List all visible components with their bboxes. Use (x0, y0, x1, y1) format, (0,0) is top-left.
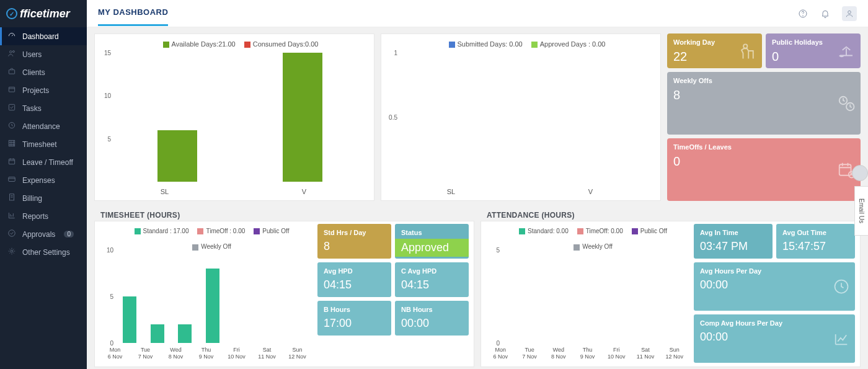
timesheet-section: TIMESHEET (HOURS) Standard : 17.00TimeOf… (94, 206, 474, 367)
kpi-value: 8 (673, 88, 854, 102)
sidebar-item-reports[interactable]: Reports (0, 207, 87, 225)
sidebar-item-dashboard[interactable]: Dashboard (0, 27, 87, 45)
sidebar-item-approvals[interactable]: Approvals0 (0, 225, 87, 243)
tile-label: C Avg HPD (401, 267, 463, 275)
sidebar-item-leave-timeoff[interactable]: Leave / Timeoff (0, 153, 87, 171)
svg-point-0 (10, 51, 12, 53)
timesheet-chart: Standard : 17.00TimeOff : 0.00Public Off… (100, 224, 312, 363)
leave-submitted-chart: Submitted Days: 0.00Approved Days : 0.00… (381, 33, 661, 201)
tile-avg-hpd[interactable]: Avg HPD04:15 (317, 262, 391, 297)
sidebar-item-timesheet[interactable]: Timesheet (0, 135, 87, 153)
chart-icon (7, 211, 16, 221)
tile-value: 03:47 PM (700, 240, 766, 253)
sidebar-item-clients[interactable]: Clients (0, 63, 87, 81)
svg-point-12 (803, 16, 804, 16)
logo-check-icon: ✓ (6, 8, 17, 19)
tile-label: Std Hrs / Day (324, 229, 385, 236)
tile-label: Avg HPD (324, 267, 385, 275)
nav: DashboardUsersClientsProjectsTasksAttend… (0, 27, 87, 261)
sidebar-item-label: Users (22, 50, 42, 59)
sidebar-item-tasks[interactable]: Tasks (0, 99, 87, 117)
email-us-tab[interactable]: Email Us (854, 186, 868, 236)
svg-rect-2 (9, 70, 14, 74)
check-circle-icon (7, 229, 16, 239)
tile-std-hrs[interactable]: Std Hrs / Day8 (317, 224, 391, 259)
bell-icon[interactable] (820, 8, 831, 19)
kpi-working-day[interactable]: Working Day 22 (667, 33, 762, 68)
tile-avg-hpd[interactable]: Avg Hours Per Day00:00 (694, 262, 855, 311)
sidebar-item-expenses[interactable]: Expenses (0, 171, 87, 189)
tile-value: 04:15 (401, 278, 463, 291)
svg-rect-4 (9, 104, 14, 110)
calendar-icon (7, 157, 16, 167)
sidebar-item-projects[interactable]: Projects (0, 81, 87, 99)
page-title: MY DASHBOARD (98, 7, 168, 26)
content: Available Days:21.00Consumed Days:0.00 5… (87, 30, 868, 369)
tile-value: 00:00 (700, 278, 849, 291)
sidebar-item-label: Billing (22, 194, 42, 203)
users-icon (7, 49, 16, 60)
svg-rect-6 (9, 140, 14, 146)
card-icon (7, 175, 16, 185)
badge: 0 (64, 231, 74, 238)
check-sq-icon (7, 103, 16, 113)
sidebar-item-other-settings[interactable]: Other Settings (0, 243, 87, 261)
kpi-weekly-offs[interactable]: Weekly Offs 8 (667, 72, 861, 135)
tile-b-hours[interactable]: B Hours17:00 (317, 301, 391, 336)
tile-status[interactable]: StatusApproved (395, 224, 469, 259)
help-icon[interactable] (797, 8, 808, 19)
sidebar-item-label: Timesheet (22, 140, 57, 149)
svg-point-10 (11, 250, 13, 252)
logo-text: fficetimer (20, 7, 70, 20)
timesheet-tiles: Std Hrs / Day8 StatusApproved Avg HPD04:… (317, 224, 469, 363)
receipt-icon (7, 193, 16, 203)
attendance-section: ATTENDANCE (HOURS) Standard: 0.00TimeOff… (480, 206, 861, 367)
clock-icon (7, 121, 16, 131)
top-kpi-column: Working Day 22 Public Holidays 0 Weekly … (667, 33, 861, 201)
section-title: TIMESHEET (HOURS) (94, 206, 474, 221)
sidebar-item-label: Reports (22, 212, 48, 221)
sidebar-item-label: Approvals (22, 230, 55, 239)
tile-c-avg-hpd[interactable]: C Avg HPD04:15 (395, 262, 469, 297)
header: MY DASHBOARD (87, 0, 868, 27)
tile-value: 17:00 (324, 317, 385, 330)
briefcase-icon (7, 67, 16, 78)
tile-label: Avg Hours Per Day (700, 267, 849, 275)
sidebar-item-label: Tasks (22, 104, 42, 113)
support-avatar[interactable] (852, 165, 868, 181)
tile-nb-hours[interactable]: NB Hours00:00 (395, 301, 469, 336)
tile-label: Avg Out Time (782, 229, 849, 236)
tile-label: Comp Avg Hours Per Day (700, 319, 849, 327)
sidebar-item-users[interactable]: Users (0, 45, 87, 63)
attendance-chart: Standard: 0.00TimeOff: 0.00Public OffWee… (486, 224, 689, 363)
sidebar-item-label: Projects (22, 86, 49, 95)
sidebar-item-attendance[interactable]: Attendance (0, 117, 87, 135)
grid-icon (7, 139, 16, 149)
kpi-label: TimeOffs / Leaves (673, 143, 854, 151)
kpi-timeoffs[interactable]: TimeOffs / Leaves 0 (667, 138, 861, 201)
sidebar-item-label: Dashboard (22, 32, 59, 41)
svg-rect-3 (9, 87, 14, 92)
svg-point-9 (9, 230, 16, 237)
sidebar-item-label: Leave / Timeoff (22, 158, 73, 167)
sidebar-item-billing[interactable]: Billing (0, 189, 87, 207)
user-avatar[interactable] (842, 6, 857, 21)
svg-rect-7 (9, 159, 14, 164)
tile-avg-out[interactable]: Avg Out Time15:47:57 (776, 224, 855, 259)
kpi-value: 0 (673, 154, 854, 169)
leave-available-chart: Available Days:21.00Consumed Days:0.00 5… (94, 33, 374, 201)
box-icon (7, 85, 16, 96)
attendance-tiles: Avg In Time03:47 PM Avg Out Time15:47:57… (694, 224, 855, 363)
kpi-public-holidays[interactable]: Public Holidays 0 (766, 33, 861, 68)
svg-point-1 (12, 51, 14, 53)
logo[interactable]: ✓ fficetimer (0, 0, 87, 27)
tile-value: 15:47:57 (782, 240, 849, 253)
tile-label: B Hours (324, 306, 385, 313)
svg-point-14 (743, 44, 747, 48)
section-title: ATTENDANCE (HOURS) (480, 206, 861, 221)
tile-avg-in[interactable]: Avg In Time03:47 PM (694, 224, 773, 259)
svg-point-13 (848, 11, 851, 14)
tile-label: Status (401, 229, 463, 236)
tile-comp-avg[interactable]: Comp Avg Hours Per Day00:00 (694, 314, 855, 363)
sidebar: ✓ fficetimer DashboardUsersClientsProjec… (0, 0, 87, 369)
